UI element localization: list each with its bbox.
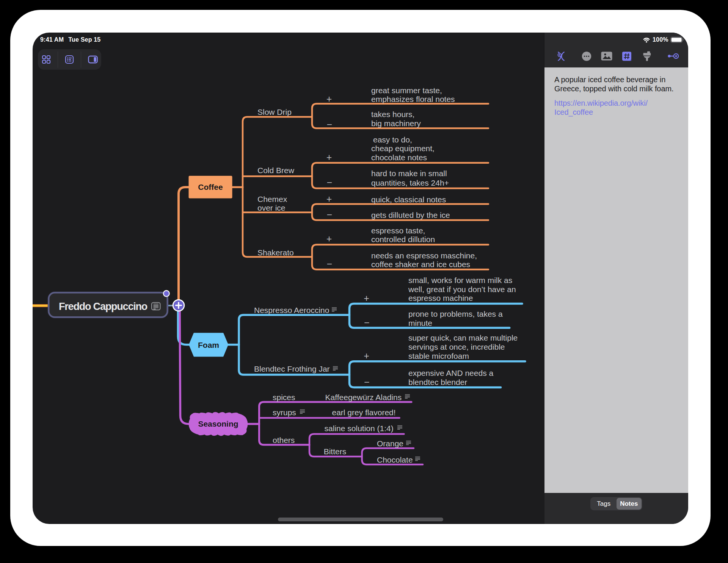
svg-text:Orange: Orange <box>377 439 403 448</box>
svg-text:saline solution (1:4): saline solution (1:4) <box>325 424 394 433</box>
svg-text:−: − <box>364 377 370 387</box>
svg-text:Freddo Cappuccino: Freddo Cappuccino <box>59 301 147 312</box>
svg-text:−: − <box>327 209 333 220</box>
svg-text:prone to problems, takes a: prone to problems, takes a <box>408 310 503 318</box>
svg-text:Bitters: Bitters <box>324 447 347 456</box>
svg-text:−: − <box>327 258 333 269</box>
svg-text:earl grey flavored!: earl grey flavored! <box>332 408 396 417</box>
svg-text:Chemex: Chemex <box>257 195 287 203</box>
svg-text:controlled dillution: controlled dillution <box>371 235 435 244</box>
svg-text:needs an espresso maschine,: needs an espresso maschine, <box>371 251 477 260</box>
svg-text:espresso machine: espresso machine <box>408 294 473 302</box>
svg-text:−: − <box>327 119 333 130</box>
svg-text:hard to make in small: hard to make in small <box>371 169 447 178</box>
svg-text:gets dilluted by the ice: gets dilluted by the ice <box>371 211 450 219</box>
svg-text:coffee shaker and ice cubes: coffee shaker and ice cubes <box>371 260 470 269</box>
svg-text:expensive AND needs a: expensive AND needs a <box>408 369 493 377</box>
svg-text:spices: spices <box>273 393 295 402</box>
svg-text:Blendtec Frothing Jar: Blendtec Frothing Jar <box>254 364 330 373</box>
svg-text:over ice: over ice <box>257 203 286 212</box>
svg-text:Coffee: Coffee <box>198 183 223 191</box>
svg-text:super quick, can make multiple: super quick, can make multiple <box>408 333 518 342</box>
svg-text:easy to do,: easy to do, <box>373 135 412 144</box>
svg-text:espresso taste,: espresso taste, <box>371 226 425 235</box>
svg-text:quantities, takes 24h+: quantities, takes 24h+ <box>371 178 449 187</box>
svg-text:big machinery: big machinery <box>371 119 421 128</box>
svg-text:Seasoning: Seasoning <box>198 419 238 428</box>
svg-text:others: others <box>273 436 295 444</box>
svg-text:blendtec blender: blendtec blender <box>408 378 467 386</box>
svg-text:+: + <box>364 293 369 303</box>
svg-text:+: + <box>326 233 332 244</box>
svg-text:Shakerato: Shakerato <box>257 248 294 257</box>
svg-text:stable microfoam: stable microfoam <box>408 352 469 360</box>
svg-text:+: + <box>326 194 332 204</box>
svg-text:Kaffeegewürz Aladins: Kaffeegewürz Aladins <box>325 393 402 402</box>
svg-text:chocolate notes: chocolate notes <box>371 153 427 162</box>
svg-text:well, great if you don’t have: well, great if you don’t have an <box>408 285 516 294</box>
svg-text:−: − <box>364 317 370 328</box>
svg-text:Cold Brew: Cold Brew <box>257 166 295 175</box>
svg-text:−: − <box>327 177 333 188</box>
svg-text:Nespresso Aeroccino: Nespresso Aeroccino <box>254 306 329 314</box>
svg-text:small, works for warm milk as: small, works for warm milk as <box>408 276 512 285</box>
svg-text:servings at once, incredible: servings at once, incredible <box>408 342 505 351</box>
svg-text:minute: minute <box>408 319 432 327</box>
svg-text:cheap equipment,: cheap equipment, <box>371 144 435 153</box>
svg-text:quick, classical notes: quick, classical notes <box>371 195 446 204</box>
svg-text:takes hours,: takes hours, <box>371 110 414 119</box>
svg-text:+: + <box>364 350 369 361</box>
svg-text:+: + <box>326 152 332 163</box>
svg-text:syrups: syrups <box>273 408 296 417</box>
svg-text:Chocolate: Chocolate <box>377 455 413 464</box>
svg-text:emphasizes floral notes: emphasizes floral notes <box>371 95 455 103</box>
svg-text:+: + <box>326 94 332 104</box>
svg-text:great summer taste,: great summer taste, <box>371 86 442 95</box>
svg-text:Slow Drip: Slow Drip <box>257 108 292 116</box>
svg-text:Foam: Foam <box>198 341 219 349</box>
